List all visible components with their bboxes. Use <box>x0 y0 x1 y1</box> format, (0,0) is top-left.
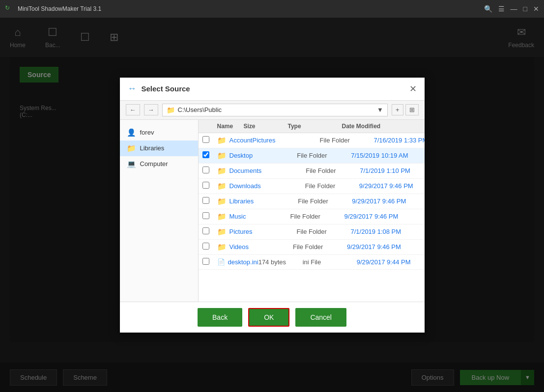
select-source-dialog: ↔ Select Source ✕ ← → 📁 C:\Users\Public … <box>120 78 425 333</box>
nav-actions: + ⊞ <box>392 104 419 115</box>
file-name-5[interactable]: Music <box>229 213 246 220</box>
file-date-3: 9/29/2017 9:46 PM <box>359 182 425 190</box>
col-type: Type <box>288 123 342 130</box>
filelist-rows: 📁AccountPicturesFile Folder7/16/2019 1:3… <box>199 133 425 270</box>
ok-button[interactable]: OK <box>248 308 289 327</box>
file-name-0[interactable]: AccountPictures <box>229 137 276 144</box>
tree-item-forev[interactable]: 👤 forev <box>120 125 198 140</box>
file-date-0: 7/16/2019 1:33 PM <box>373 137 424 144</box>
folder-icon: 📁 <box>217 212 227 221</box>
file-row-0: 📁AccountPicturesFile Folder7/16/2019 1:3… <box>199 133 425 148</box>
folder-icon: 📁 <box>217 151 227 160</box>
filelist-header: Name Size Type Date Modified <box>199 120 425 133</box>
file-type-5: File Folder <box>290 213 344 220</box>
file-row-5: 📁MusicFile Folder9/29/2017 9:46 PM <box>199 209 425 224</box>
col-checkbox <box>202 123 217 130</box>
file-name-2[interactable]: Documents <box>229 167 262 174</box>
title-bar: ↻ MiniTool ShadowMaker Trial 3.1 🔍 ☰ — □… <box>0 0 544 18</box>
file-date-8: 9/29/2017 9:44 PM <box>357 258 425 266</box>
tree-item-computer[interactable]: 💻 Computer <box>120 156 198 172</box>
user-icon: 👤 <box>127 128 136 137</box>
menu-icon[interactable]: ☰ <box>498 5 505 13</box>
file-name-4[interactable]: Libraries <box>229 197 254 205</box>
file-name-7[interactable]: Videos <box>229 243 249 251</box>
file-row-1: 📁DesktopFile Folder7/15/2019 10:19 AM <box>199 148 425 164</box>
tree-computer-label: Computer <box>140 160 168 168</box>
file-type-4: File Folder <box>298 197 352 205</box>
file-checkbox-2[interactable] <box>202 167 209 173</box>
file-date-2: 7/1/2019 1:10 PM <box>360 167 424 174</box>
maximize-icon[interactable]: □ <box>523 5 527 13</box>
tree-forev-label: forev <box>140 129 154 136</box>
search-icon[interactable]: 🔍 <box>484 5 492 13</box>
folder-icon: 📁 <box>217 167 227 175</box>
app-background: ⌂ Home ☐ Bac... ☐ ⊞ ✉ Feedback Source Sy… <box>0 18 544 392</box>
tree-libraries-label: Libraries <box>140 144 165 152</box>
col-name: Name <box>217 123 244 130</box>
file-type-3: File Folder <box>305 182 359 190</box>
file-doc-icon: 📄 <box>217 258 225 266</box>
nav-back-button[interactable]: ← <box>126 104 140 115</box>
file-row-2: 📁DocumentsFile Folder7/1/2019 1:10 PM <box>199 164 425 179</box>
folder-icon: 📁 <box>217 197 227 206</box>
file-row-3: 📁DownloadsFile Folder9/29/2017 9:46 PM <box>199 179 425 194</box>
back-button[interactable]: Back <box>198 308 242 327</box>
file-row-7: 📁VideosFile Folder9/29/2017 9:46 PM <box>199 240 425 255</box>
computer-icon: 💻 <box>127 160 136 168</box>
window-controls: 🔍 ☰ — □ ✕ <box>484 5 539 13</box>
modal-title-icon: ↔ <box>128 84 137 94</box>
path-dropdown-icon[interactable]: ▼ <box>377 106 383 113</box>
app-title: MiniTool ShadowMaker Trial 3.1 <box>18 5 101 12</box>
file-checkbox-1[interactable] <box>202 151 209 158</box>
file-date-5: 9/29/2017 9:46 PM <box>344 213 423 220</box>
modal-sidebar: 👤 forev 📁 Libraries 💻 Computer <box>120 120 199 302</box>
file-type-2: File Folder <box>306 167 360 174</box>
modal-filelist: Name Size Type Date Modified 📁AccountPic… <box>199 120 425 302</box>
close-icon[interactable]: ✕ <box>533 5 539 13</box>
minimize-icon[interactable]: — <box>511 5 517 13</box>
file-name-1[interactable]: Desktop <box>229 152 253 159</box>
file-checkbox-0[interactable] <box>202 136 209 143</box>
path-folder-icon: 📁 <box>167 106 175 114</box>
file-type-1: File Folder <box>297 152 351 159</box>
file-checkbox-6[interactable] <box>202 227 209 234</box>
file-row-8: 📄desktop.ini174 bytesini File9/29/2017 9… <box>199 255 425 270</box>
file-type-0: File Folder <box>319 137 373 144</box>
app-icon: ↻ <box>5 4 14 13</box>
file-checkbox-7[interactable] <box>202 243 209 250</box>
modal-body: 👤 forev 📁 Libraries 💻 Computer <box>120 120 425 302</box>
file-type-7: File Folder <box>293 243 347 251</box>
view-toggle-button[interactable]: ⊞ <box>405 104 419 115</box>
nav-forward-button[interactable]: → <box>144 104 158 115</box>
folder-icon: 📁 <box>217 136 227 145</box>
file-checkbox-3[interactable] <box>202 182 209 189</box>
file-date-4: 9/29/2017 9:46 PM <box>352 197 424 205</box>
file-row-6: 📁PicturesFile Folder7/1/2019 1:08 PM <box>199 224 425 240</box>
folder-icon: 📁 <box>217 182 227 191</box>
file-checkbox-5[interactable] <box>202 212 209 219</box>
file-row-4: 📁LibrariesFile Folder9/29/2017 9:46 PM <box>199 194 425 209</box>
libraries-icon: 📁 <box>127 144 136 153</box>
modal-footer: Back OK Cancel <box>120 302 425 333</box>
folder-icon: 📁 <box>217 243 227 252</box>
current-path: C:\Users\Public <box>178 106 222 113</box>
tree-item-libraries[interactable]: 📁 Libraries <box>120 140 198 156</box>
file-checkbox-8[interactable] <box>202 258 209 265</box>
modal-title: Select Source <box>142 84 404 93</box>
file-type-6: File Folder <box>296 228 350 235</box>
col-date: Date Modified <box>342 123 421 130</box>
file-date-6: 7/1/2019 1:08 PM <box>350 228 424 235</box>
file-date-1: 7/15/2019 10:19 AM <box>351 152 424 159</box>
new-folder-button[interactable]: + <box>392 104 403 115</box>
modal-title-bar: ↔ Select Source ✕ <box>120 78 425 101</box>
modal-overlay: ↔ Select Source ✕ ← → 📁 C:\Users\Public … <box>0 18 544 392</box>
file-name-8[interactable]: desktop.ini <box>228 258 258 266</box>
file-checkbox-4[interactable] <box>202 197 209 204</box>
modal-close-button[interactable]: ✕ <box>409 84 417 94</box>
cancel-button[interactable]: Cancel <box>295 308 346 327</box>
file-type-8: ini File <box>303 258 357 266</box>
modal-nav: ← → 📁 C:\Users\Public ▼ + ⊞ <box>120 101 425 120</box>
file-name-6[interactable]: Pictures <box>229 228 253 235</box>
file-name-3[interactable]: Downloads <box>229 182 261 190</box>
file-date-7: 9/29/2017 9:46 PM <box>347 243 424 251</box>
